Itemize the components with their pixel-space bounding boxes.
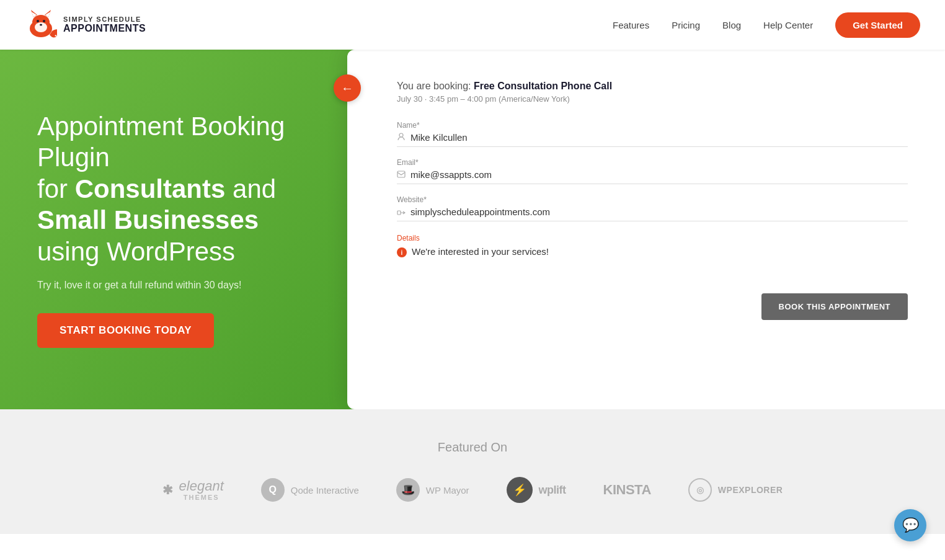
start-booking-button[interactable]: START BOOKING TODAY [37,313,214,348]
svg-point-10 [399,133,403,137]
website-value: simplyscheduleappointments.com [410,207,908,217]
website-icon [397,207,406,217]
wpmayor-text: WP Mayor [426,485,469,496]
elegant-star-icon: ✱ [162,482,173,497]
name-input-row: Mike Kilcullen [397,132,908,147]
details-text: We're interested in your services! [412,246,549,257]
email-label: Email* [397,158,908,167]
back-arrow-icon: ← [341,82,353,94]
logo-top-text: SIMPLY SCHEDULE [63,16,146,23]
wpexplorer-icon: ◎ [688,478,712,502]
logo-kinsta: KINSTA [603,482,651,498]
elegant-text: elegant themes [179,479,224,501]
wplift-icon: ⚡ [507,477,533,503]
back-button[interactable]: ← [334,74,361,102]
navbar: SIMPLY SCHEDULE APPOINTMENTS Features Pr… [0,0,945,50]
headline-line4: using WordPress [37,237,235,266]
website-field-group: Website* simplyscheduleappointments.com [397,195,908,221]
fox-logo-icon [25,9,57,41]
kinsta-text: KINSTA [603,482,651,498]
hero-right: ← You are booking: Free Consultation Pho… [347,50,945,409]
hero-section: Appointment Booking Plugin for Consultan… [0,50,945,409]
logo[interactable]: SIMPLY SCHEDULE APPOINTMENTS [25,9,146,41]
booking-panel: ← You are booking: Free Consultation Pho… [347,50,945,409]
headline-bold-small-businesses: Small Businesses [37,205,259,234]
nav-pricing[interactable]: Pricing [672,20,700,30]
logo-bottom-text: APPOINTMENTS [63,23,146,34]
nav-features[interactable]: Features [613,20,649,30]
email-icon [397,170,406,180]
wpmayor-icon: 🎩 [396,478,420,502]
svg-point-2 [35,22,47,32]
booking-datetime: July 30 · 3:45 pm – 4:00 pm (America/New… [397,94,908,104]
logo-text: SIMPLY SCHEDULE APPOINTMENTS [63,16,146,34]
svg-point-9 [40,24,42,26]
elegant-sub: themes [179,494,224,501]
wpexplorer-text: WPEXPLORER [718,485,783,495]
featured-title: Featured On [25,440,920,455]
featured-logos: ✱ elegant themes Q Qode Interactive 🎩 WP… [25,477,920,503]
elegant-name: elegant [179,479,224,494]
featured-section: Featured On ✱ elegant themes Q Qode Inte… [0,409,945,534]
details-row: i We're interested in your services! [397,246,908,257]
nav-blog[interactable]: Blog [722,20,741,30]
email-field-group: Email* mike@ssappts.com [397,158,908,184]
name-field-group: Name* Mike Kilcullen [397,121,908,147]
name-value: Mike Kilcullen [410,132,908,143]
hero-headline: Appointment Booking Plugin for Consultan… [37,111,310,267]
nav-help-center[interactable]: Help Center [763,20,813,30]
headline-line2: for Consultants and [37,174,276,203]
booking-label-text: You are booking: [397,81,474,91]
chat-icon: 💬 [902,517,919,533]
website-label: Website* [397,195,908,204]
booking-header: You are booking: Free Consultation Phone… [397,81,908,104]
email-input-row: mike@ssappts.com [397,169,908,184]
headline-line1: Appointment Booking Plugin [37,112,285,172]
get-started-button[interactable]: Get Started [835,12,920,38]
qode-icon: Q [261,478,285,502]
logo-wpexplorer: ◎ WPEXPLORER [688,478,783,502]
logo-wpmayor: 🎩 WP Mayor [396,478,469,502]
logo-wplift: ⚡ wplift [507,477,566,503]
svg-rect-11 [397,171,405,177]
headline-bold-consultants: Consultants [75,174,226,203]
name-label: Name* [397,121,908,130]
hero-content: Appointment Booking Plugin for Consultan… [0,50,347,409]
details-info-icon: i [397,247,407,257]
svg-point-7 [37,20,39,22]
booking-label: You are booking: Free Consultation Phone… [397,81,908,92]
wplift-text: wplift [539,484,566,497]
logo-qode-interactive: Q Qode Interactive [261,478,359,502]
email-value: mike@ssappts.com [410,169,908,180]
nav-links: Features Pricing Blog Help Center Get St… [613,12,920,38]
qode-text: Qode Interactive [291,485,359,496]
svg-point-8 [43,20,45,22]
name-icon [397,132,406,143]
details-field-group: Details i We're interested in your servi… [397,234,908,257]
website-input-row: simplyscheduleappointments.com [397,207,908,221]
booking-title: Free Consultation Phone Call [474,81,612,91]
hero-subtext: Try it, love it or get a full refund wit… [37,280,310,291]
logo-elegant-themes: ✱ elegant themes [162,479,224,501]
svg-rect-12 [397,211,401,215]
details-label: Details [397,234,908,242]
book-button-container: BOOK THIS APPOINTMENT [397,275,908,320]
book-appointment-button[interactable]: BOOK THIS APPOINTMENT [761,293,908,320]
